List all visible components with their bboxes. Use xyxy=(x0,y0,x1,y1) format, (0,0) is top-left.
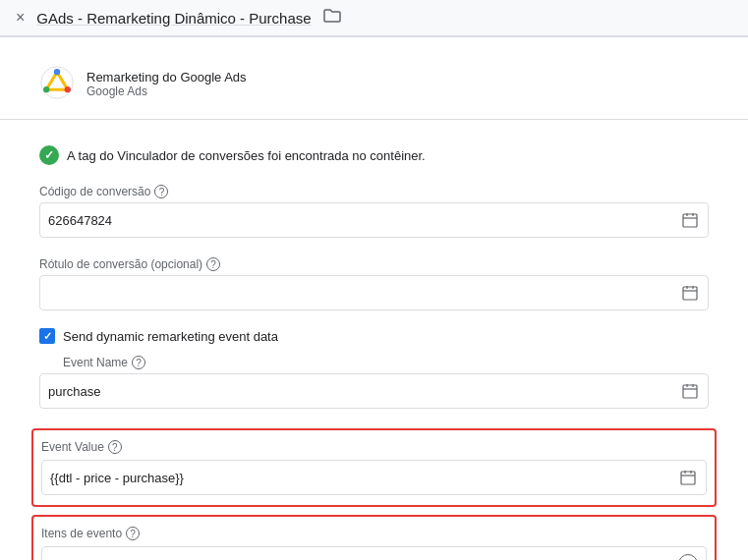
conversion-code-help-icon[interactable]: ? xyxy=(154,185,168,198)
status-row: A tag do Vinculador de conversões foi en… xyxy=(0,136,748,175)
tag-row: Remarketing do Google Ads Google Ads xyxy=(0,53,748,120)
conversion-code-field[interactable] xyxy=(48,213,680,228)
event-value-input-wrapper[interactable] xyxy=(41,460,707,495)
itens-evento-highlighted: Itens de evento ? {{dtl - items - purcha… xyxy=(31,515,717,560)
main-window: × GAds - Remarketing Dinâmico - Purchase xyxy=(0,0,748,560)
send-dynamic-label: Send dynamic remarketing event data xyxy=(63,329,278,344)
conversion-label-group: Rótulo de conversão (opcional) ? xyxy=(0,248,748,320)
itens-label: Itens de evento ? xyxy=(41,527,707,540)
status-text: A tag do Vinculador de conversões foi en… xyxy=(67,148,426,163)
conversion-code-calendar-icon[interactable] xyxy=(680,210,700,230)
conversion-label-field[interactable] xyxy=(48,286,680,301)
itens-help-icon[interactable]: ? xyxy=(126,527,140,540)
event-name-input-wrapper[interactable] xyxy=(39,373,709,409)
top-section: Remarketing do Google Ads Google Ads A t… xyxy=(0,36,748,560)
itens-select-wrapper[interactable]: {{dtl - items - purchase}} ▼ i xyxy=(41,546,707,560)
conversion-label-calendar-icon[interactable] xyxy=(680,283,700,303)
status-check-icon xyxy=(39,145,59,165)
event-name-help-icon[interactable]: ? xyxy=(132,356,145,369)
svg-point-4 xyxy=(54,69,60,75)
event-name-label: Event Name ? xyxy=(39,356,709,369)
svg-rect-17 xyxy=(681,472,695,484)
event-name-calendar-icon[interactable] xyxy=(680,381,700,401)
window-title: GAds - Remarketing Dinâmico - Purchase xyxy=(36,10,311,27)
tag-info: Remarketing do Google Ads Google Ads xyxy=(86,70,247,98)
send-dynamic-row[interactable]: Send dynamic remarketing event data xyxy=(0,320,748,352)
event-value-label: Event Value ? xyxy=(41,440,707,454)
content-area: Remarketing do Google Ads Google Ads A t… xyxy=(0,36,748,560)
event-name-group: Event Name ? xyxy=(0,352,748,420)
conversion-label-label: Rótulo de conversão (opcional) ? xyxy=(39,257,709,271)
conversion-code-label: Código de conversão ? xyxy=(39,185,709,198)
close-button[interactable]: × xyxy=(16,9,25,27)
svg-point-2 xyxy=(43,86,49,92)
folder-icon[interactable] xyxy=(323,8,341,28)
event-value-help-icon[interactable]: ? xyxy=(108,440,122,454)
svg-point-3 xyxy=(65,86,71,92)
conversion-label-help-icon[interactable]: ? xyxy=(206,257,220,271)
itens-dropdown-arrow[interactable]: ▼ xyxy=(655,554,674,560)
send-dynamic-checkbox[interactable] xyxy=(39,328,55,344)
event-value-highlighted: Event Value ? xyxy=(31,428,717,507)
tag-provider: Google Ads xyxy=(86,84,247,98)
conversion-label-input[interactable] xyxy=(39,275,709,310)
conversion-code-group: Código de conversão ? xyxy=(0,175,748,248)
tag-name: Remarketing do Google Ads xyxy=(86,70,247,84)
event-value-calendar-icon[interactable] xyxy=(678,468,698,487)
event-name-field[interactable] xyxy=(48,384,680,399)
svg-rect-9 xyxy=(683,287,697,300)
svg-rect-13 xyxy=(683,385,697,398)
google-ads-logo xyxy=(39,65,75,103)
title-bar: × GAds - Remarketing Dinâmico - Purchase xyxy=(0,0,748,36)
conversion-code-input[interactable] xyxy=(39,202,709,238)
event-value-field[interactable] xyxy=(50,471,678,485)
itens-select-value: {{dtl - items - purchase}} xyxy=(50,557,655,561)
svg-rect-5 xyxy=(683,214,697,227)
itens-info-icon[interactable]: i xyxy=(678,554,698,560)
